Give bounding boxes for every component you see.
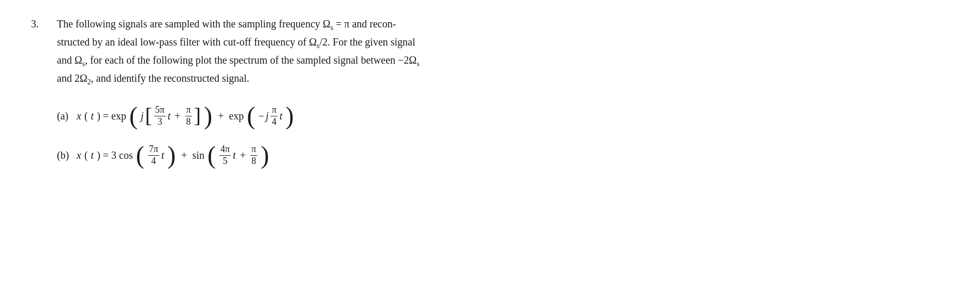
part-b: (b) x(t) = 3 cos ( 7π 4 t ) + sin	[57, 143, 937, 168]
big-paren-close-3: )	[167, 143, 175, 168]
frac-4pi-5: 4π 5	[219, 144, 231, 167]
problem-text: The following signals are sampled with t…	[57, 16, 420, 88]
problem-header: 3. The following signals are sampled wit…	[31, 16, 937, 88]
big-paren-open-4: (	[207, 143, 216, 168]
big-paren-close-2: )	[286, 103, 294, 128]
big-paren-open-1: (	[129, 103, 138, 128]
big-paren-close-4: )	[261, 143, 269, 168]
part-a-equation: x(t) = exp ( j [ 5π 3 t +	[77, 103, 294, 128]
frac-pi-4: π 4	[271, 104, 277, 127]
frac-7pi-4: 7π 4	[148, 144, 159, 167]
problem-container: 3. The following signals are sampled wit…	[31, 16, 937, 168]
part-b-equation: x(t) = 3 cos ( 7π 4 t ) + sin (	[77, 143, 269, 168]
frac-pi-8: π 8	[185, 104, 192, 127]
big-bracket-close-1: ]	[194, 106, 201, 126]
big-paren-open-3: (	[136, 143, 144, 168]
part-b-label: (b)	[57, 150, 72, 161]
part-a-label: (a)	[57, 110, 72, 122]
frac-5pi-3: 5π 3	[154, 104, 166, 127]
parts-container: (a) x(t) = exp ( j [ 5π 3	[31, 103, 937, 168]
big-bracket-open-1: [	[145, 106, 152, 126]
problem-number: 3.	[31, 16, 57, 33]
big-paren-close-1: )	[204, 103, 212, 128]
part-a: (a) x(t) = exp ( j [ 5π 3	[57, 103, 937, 128]
frac-pi-8-b: π 8	[250, 144, 257, 167]
big-paren-open-2: (	[247, 103, 255, 128]
